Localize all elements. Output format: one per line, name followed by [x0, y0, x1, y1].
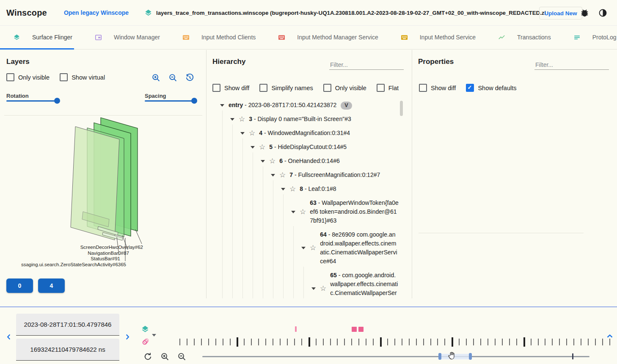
checkbox-box[interactable]: [323, 84, 331, 92]
tab-surface-flinger[interactable]: Surface Flinger: [13, 33, 72, 41]
display-button-4[interactable]: 4: [38, 279, 65, 293]
timeline-entry-tick[interactable]: [230, 339, 231, 345]
rotation-slider-handle[interactable]: [54, 98, 60, 104]
collapse-caret-icon[interactable]: [291, 211, 295, 215]
timeline-entry-tick[interactable]: [437, 339, 438, 345]
timeline-entry-tick[interactable]: [602, 339, 603, 345]
tab-protolog[interactable]: ProtoLog: [573, 33, 617, 41]
collapse-caret-icon[interactable]: [281, 188, 285, 193]
zoom-in-icon[interactable]: [160, 352, 170, 361]
star-icon[interactable]: ☆: [320, 285, 326, 292]
timeline-entry-tick[interactable]: [316, 339, 317, 345]
collapse-caret-icon[interactable]: [261, 160, 265, 165]
zoom-slider-handle-left[interactable]: [438, 353, 441, 360]
timeline-entry-tick[interactable]: [301, 339, 302, 345]
timeline-zoom-slider[interactable]: [202, 356, 589, 357]
tree-node-7[interactable]: ☆7 - FullscreenMagnification:0:12#7: [206, 168, 399, 182]
timeline-entry-tick[interactable]: [552, 339, 553, 345]
tab-input-method-clients[interactable]: Input Method Clients: [182, 33, 256, 41]
timeline-entry-tick[interactable]: [330, 339, 331, 345]
timeline-entry-tick[interactable]: [244, 339, 245, 345]
timeline-entry-tick[interactable]: [273, 339, 273, 345]
expand-timeline-chevron[interactable]: [605, 331, 614, 341]
next-entry-chevron[interactable]: [123, 332, 132, 342]
human-timestamp-field[interactable]: [16, 314, 119, 336]
timeline-entry-tick[interactable]: [545, 339, 545, 345]
checkbox-only-visible[interactable]: Only visible: [323, 84, 366, 92]
tree-scrollbar[interactable]: [400, 101, 403, 116]
zoom-out-icon[interactable]: [168, 73, 178, 83]
checkbox-box[interactable]: [419, 84, 427, 92]
checkbox-box[interactable]: [60, 73, 68, 81]
bug-report-icon[interactable]: [580, 8, 589, 18]
timeline-entry-tick[interactable]: [265, 339, 266, 345]
timeline-entry-tick[interactable]: [258, 339, 259, 345]
tab-input-method-manager-service[interactable]: Input Method Manager Service: [278, 33, 378, 41]
timeline-entry-tick[interactable]: [452, 337, 453, 347]
timeline-entry-tick[interactable]: [337, 339, 338, 345]
transition-icon[interactable]: [141, 337, 150, 346]
timeline-entry-tick[interactable]: [201, 339, 202, 345]
tree-node-8[interactable]: ☆8 - Leaf:0:1#8: [206, 182, 399, 196]
star-icon[interactable]: ☆: [289, 185, 296, 193]
timeline-entry-tick[interactable]: [287, 339, 288, 345]
checkbox-box[interactable]: [212, 84, 220, 92]
timeline-entry-tick[interactable]: [573, 339, 574, 345]
timeline-entry-tick[interactable]: [251, 339, 252, 345]
zoom-slider-handle-right[interactable]: [469, 353, 472, 360]
timeline-entry-tick[interactable]: [187, 339, 187, 345]
star-icon[interactable]: ☆: [300, 208, 306, 216]
star-icon[interactable]: ☆: [239, 116, 245, 123]
checkbox-box[interactable]: [377, 84, 385, 92]
timeline-entry-tick[interactable]: [366, 339, 366, 345]
layers-icon[interactable]: [140, 325, 150, 334]
chevron-down-icon[interactable]: [152, 334, 156, 339]
upload-new-button[interactable]: Upload New: [539, 7, 582, 19]
timeline-entry-tick[interactable]: [323, 339, 324, 345]
collapse-caret-icon[interactable]: [230, 118, 234, 123]
checkbox-show-virtual[interactable]: Show virtual: [60, 73, 105, 81]
timeline-entry-tick[interactable]: [523, 337, 525, 347]
timeline-entry-tick[interactable]: [294, 339, 295, 345]
tree-node-4[interactable]: ☆4 - WindowedMagnification:0:31#4: [206, 126, 399, 140]
tab-window-manager[interactable]: Window Manager: [94, 33, 160, 41]
properties-filter-input[interactable]: [534, 60, 609, 70]
timeline-entry-tick[interactable]: [538, 339, 539, 345]
open-legacy-link[interactable]: Open legacy Winscope: [64, 9, 129, 16]
collapse-caret-icon[interactable]: [251, 146, 255, 151]
checkbox-show-defaults[interactable]: Show defaults: [466, 84, 516, 92]
timeline-entry-tick[interactable]: [373, 339, 374, 345]
timeline-entry-tick[interactable]: [416, 339, 417, 345]
timeline-entry-tick[interactable]: [459, 339, 460, 345]
dark-mode-icon[interactable]: [598, 8, 608, 18]
star-icon[interactable]: ☆: [279, 171, 286, 179]
checkbox-simplify-names[interactable]: Simplify names: [259, 84, 313, 92]
timeline-entry-tick[interactable]: [179, 339, 180, 345]
timeline-entry-tick[interactable]: [531, 339, 532, 345]
tab-transactions[interactable]: Transactions: [498, 33, 551, 41]
timeline-entry-tick[interactable]: [595, 339, 596, 345]
timeline-entry-tick[interactable]: [588, 339, 589, 345]
star-icon[interactable]: ☆: [310, 244, 316, 252]
tab-input-method-service[interactable]: Input Method Service: [400, 33, 476, 41]
timeline-entry-tick[interactable]: [488, 339, 488, 345]
previous-entry-chevron[interactable]: [4, 332, 14, 342]
star-icon[interactable]: ☆: [249, 130, 255, 137]
timeline-entry-tick[interactable]: [344, 339, 345, 345]
timeline-entry-tick[interactable]: [444, 339, 445, 345]
transition-marker[interactable]: [352, 327, 357, 332]
transition-marker[interactable]: [295, 326, 297, 332]
hierarchy-filter-input[interactable]: [329, 60, 404, 70]
timeline-entry-tick[interactable]: [581, 339, 581, 345]
timeline-entry-tick[interactable]: [194, 339, 195, 345]
timeline-entry-tick[interactable]: [208, 339, 209, 345]
timeline-entry-tick[interactable]: [215, 339, 216, 345]
star-icon[interactable]: ☆: [259, 143, 265, 151]
timeline-entry-tick[interactable]: [280, 339, 281, 345]
timeline-entry-tick[interactable]: [559, 339, 560, 345]
timeline-entry-tick[interactable]: [516, 339, 517, 345]
checkbox-box[interactable]: [6, 73, 14, 81]
timeline-entry-tick[interactable]: [308, 337, 310, 347]
checkbox-show-diff[interactable]: Show diff: [419, 84, 456, 92]
collapse-caret-icon[interactable]: [301, 247, 306, 251]
